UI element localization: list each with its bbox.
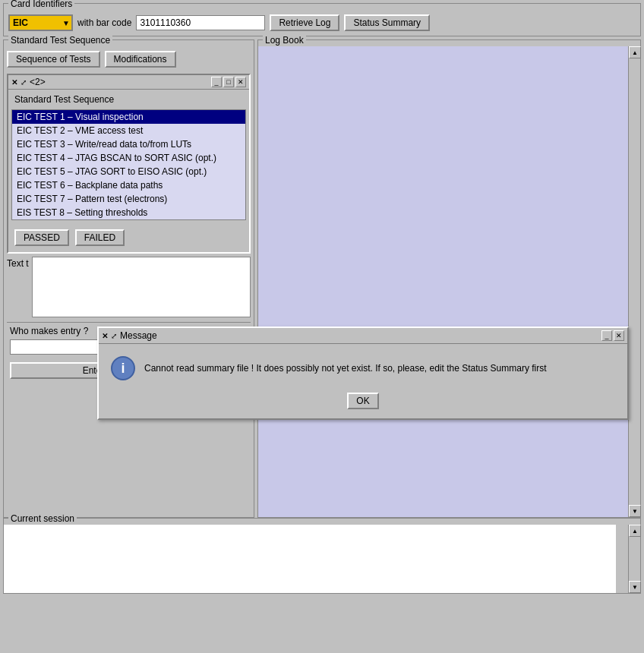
- current-session-title: Current session: [8, 513, 77, 524]
- current-session-section: Current session ▲ ▼: [3, 518, 641, 594]
- window-arrow-icon: ⤢: [21, 78, 27, 87]
- main-row: Standard Test Sequence Sequence of Tests…: [3, 39, 641, 518]
- card-identifiers-row: EIC VME JTAG with bar code Retrieve Log …: [8, 14, 636, 31]
- sequence-window-content: Standard Test Sequence EIC TEST 1 – Visu…: [8, 90, 249, 252]
- inner-sequence-label: Standard Test Sequence: [11, 93, 246, 106]
- standard-test-section: Standard Test Sequence Sequence of Tests…: [3, 39, 254, 518]
- status-summary-button[interactable]: Status Summary: [344, 14, 430, 31]
- standard-test-title: Standard Test Sequence: [8, 35, 112, 46]
- sequence-window: ✕ ⤢ <2> _ □ ✕ Standard Test Sequence: [7, 74, 251, 254]
- session-scrollbar: ▲ ▼: [628, 525, 640, 593]
- test-list-item[interactable]: EIS TEST 8 – Setting thresholds: [12, 206, 245, 219]
- eic-select-wrapper[interactable]: EIC VME JTAG: [8, 14, 73, 31]
- info-icon: i: [111, 356, 135, 380]
- message-dialog: ✕ ⤢ Message _ ✕ i Cannot read summary fi…: [97, 326, 629, 420]
- test-list-item[interactable]: EIC TEST 6 – Backplane data paths: [12, 178, 245, 192]
- session-row: ▲ ▼: [4, 525, 640, 593]
- right-column: Log Book ▲ ▼: [257, 39, 641, 518]
- session-scroll-down[interactable]: ▼: [629, 581, 641, 593]
- dialog-x-icon: ✕: [102, 332, 108, 340]
- failed-button[interactable]: FAILED: [75, 229, 125, 246]
- dialog-titlebar: ✕ ⤢ Message _ ✕: [99, 328, 627, 344]
- text-t-label: Text t: [7, 258, 29, 269]
- window-x-icon: ✕: [11, 78, 17, 87]
- dialog-buttons: OK: [99, 393, 627, 418]
- card-identifiers-section: Card Identifiers EIC VME JTAG with bar c…: [3, 3, 641, 36]
- test-list-item[interactable]: EIC TEST 5 – JTAG SORT to EISO ASIC (opt…: [12, 165, 245, 178]
- text-display: [32, 257, 251, 317]
- logbook-scroll-down[interactable]: ▼: [629, 505, 641, 517]
- session-scroll-track[interactable]: [629, 537, 640, 581]
- modifications-button[interactable]: Modifications: [105, 51, 176, 68]
- test-list: EIC TEST 1 – Visual inspectionEIC TEST 2…: [11, 109, 246, 220]
- window-minimize-button[interactable]: _: [211, 77, 222, 87]
- barcode-input[interactable]: [136, 15, 265, 30]
- left-column: Standard Test Sequence Sequence of Tests…: [3, 39, 257, 518]
- window-maximize-button[interactable]: □: [223, 77, 234, 87]
- logbook-scroll-up[interactable]: ▲: [629, 46, 641, 58]
- sequence-window-titlebar: ✕ ⤢ <2> _ □ ✕: [8, 75, 249, 90]
- test-list-item[interactable]: EIC TEST 2 – VME access test: [12, 124, 245, 137]
- dialog-controls: _ ✕: [601, 330, 624, 341]
- barcode-label: with bar code: [77, 17, 131, 28]
- dialog-ok-button[interactable]: OK: [347, 393, 378, 409]
- text-area-row: Text t: [7, 257, 251, 319]
- logbook-section: Log Book ▲ ▼: [257, 39, 641, 518]
- test-list-item[interactable]: EIC TEST 1 – Visual inspection: [12, 110, 245, 124]
- card-identifiers-title: Card Identifiers: [8, 0, 74, 9]
- logbook-area: [258, 46, 628, 517]
- card-type-select[interactable]: EIC VME JTAG: [8, 14, 73, 31]
- sequence-of-tests-button[interactable]: Sequence of Tests: [7, 51, 100, 68]
- test-list-item[interactable]: EIC TEST 4 – JTAG BSCAN to SORT ASIC (op…: [12, 151, 245, 165]
- logbook-title: Log Book: [263, 35, 306, 46]
- dialog-body: i Cannot read summary file ! It does pos…: [99, 344, 627, 393]
- pass-fail-buttons: PASSED FAILED: [11, 226, 246, 249]
- passed-button[interactable]: PASSED: [14, 229, 69, 246]
- dialog-title-text: Message: [120, 330, 598, 341]
- test-buttons-row: Sequence of Tests Modifications: [7, 51, 251, 68]
- window-controls: _ □ ✕: [211, 77, 246, 87]
- dialog-message-text: Cannot read summary file ! It does possi…: [144, 363, 615, 374]
- logbook-scrollbar: ▲ ▼: [628, 46, 640, 517]
- retrieve-log-button[interactable]: Retrieve Log: [270, 14, 339, 31]
- test-list-item[interactable]: EIC TEST 7 – Pattern test (electrons): [12, 192, 245, 206]
- window-close-button[interactable]: ✕: [235, 77, 246, 87]
- dialog-arrow-icon: ⤢: [111, 332, 117, 340]
- dialog-close-button[interactable]: ✕: [614, 330, 624, 341]
- logbook-scroll-track[interactable]: [629, 58, 640, 505]
- window-title: <2>: [30, 77, 208, 87]
- session-scroll-up[interactable]: ▲: [629, 525, 641, 537]
- test-list-item[interactable]: EIC TEST 3 – Write/read data to/from LUT…: [12, 137, 245, 151]
- dialog-minimize-button[interactable]: _: [601, 330, 612, 341]
- main-container: Card Identifiers EIC VME JTAG with bar c…: [0, 0, 644, 653]
- logbook-scrollable: ▲ ▼: [258, 46, 640, 517]
- session-area: [4, 525, 616, 593]
